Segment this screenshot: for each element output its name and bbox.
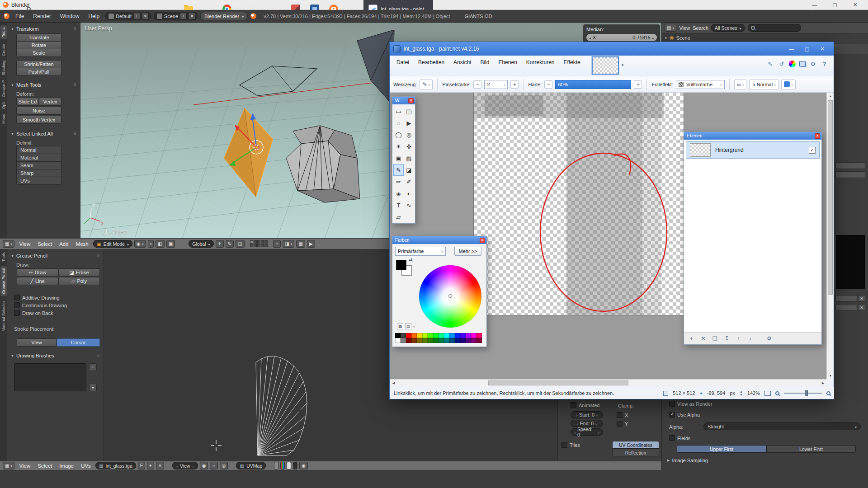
palette-swatch[interactable] <box>455 333 460 338</box>
slider-increment-icon[interactable] <box>652 35 654 40</box>
tools-close-button[interactable]: ✕ <box>408 98 414 103</box>
blender-minimize-button[interactable]: — <box>804 0 825 9</box>
upper-first-button[interactable]: Upper First <box>677 445 766 453</box>
outliner-view-menu[interactable]: View <box>679 25 690 31</box>
palette-swatch[interactable] <box>439 333 444 338</box>
image-tab-thumbnail[interactable] <box>592 56 619 75</box>
texture-preview[interactable] <box>836 235 865 289</box>
palette-swatch[interactable] <box>444 333 449 338</box>
orientation-dropdown[interactable]: Global <box>189 240 213 248</box>
menu-ansicht[interactable]: Ansicht <box>449 56 475 68</box>
palette-swatch[interactable] <box>444 338 449 343</box>
start-slider[interactable]: Start: 0 <box>571 411 603 418</box>
mini-widget[interactable] <box>835 162 865 169</box>
editor-type-button[interactable]: ▦ <box>3 240 14 248</box>
menu-korrekturen[interactable]: Korrekturen <box>522 56 559 68</box>
history-toggle-icon[interactable]: ↺ <box>778 60 785 68</box>
mini-widget[interactable] <box>835 304 857 311</box>
slot-view-dropdown[interactable]: View <box>172 462 198 469</box>
tiles-checkbox[interactable]: Tiles <box>561 442 580 448</box>
scale-button[interactable]: Scale <box>16 49 61 57</box>
menu-window[interactable]: Window <box>57 12 83 20</box>
palette-swatch[interactable] <box>417 338 422 343</box>
panel-grip-icon[interactable]: ⠿ <box>73 83 76 87</box>
lower-first-button[interactable]: Lower First <box>766 445 856 453</box>
palette-swatch[interactable] <box>466 338 471 343</box>
dark-mesh-object[interactable] <box>357 30 394 105</box>
uv-menu-image[interactable]: Image <box>57 462 76 469</box>
shelf-tab-options[interactable]: Opti <box>0 102 7 109</box>
color-target-dropdown[interactable]: Primärfarbe <box>395 247 446 256</box>
add-brush-button[interactable]: + <box>89 363 97 371</box>
palette-swatch[interactable] <box>428 338 433 343</box>
snap-uv-button[interactable]: ∩ <box>210 462 217 469</box>
layout-add-button[interactable]: + <box>133 13 140 19</box>
move-layer-up-button[interactable]: ↑ <box>733 334 744 343</box>
mini-close-button[interactable]: ✕ <box>858 304 865 311</box>
pivot-button[interactable]: ◉ <box>200 462 208 469</box>
shapes-tool[interactable]: ▱ <box>393 211 404 223</box>
gp-line-button[interactable]: ╱Line <box>17 277 58 285</box>
face-select-mode-button[interactable]: ▣ <box>166 240 175 248</box>
uv-menu-view[interactable]: View <box>16 462 33 469</box>
layout-delete-button[interactable]: ✕ <box>142 13 149 19</box>
reflection-button[interactable]: Reflection <box>612 449 659 456</box>
editor-type-button[interactable]: ▦ <box>3 462 14 469</box>
gradient-tool[interactable]: ▨ <box>404 152 414 164</box>
scene-selector[interactable]: Scene + ✕ <box>154 12 198 20</box>
shelf-tab-shading[interactable]: Shading <box>0 61 7 75</box>
menu-ebenen[interactable]: Ebenen <box>494 56 521 68</box>
palette-swatch[interactable] <box>395 338 401 343</box>
vp-menu-select[interactable]: Select <box>35 240 55 248</box>
vertical-scrollbar[interactable]: ▲ ▼ <box>826 93 834 379</box>
outliner-search-box[interactable] <box>748 24 801 32</box>
palette-swatch[interactable] <box>460 333 466 338</box>
palette-swatch[interactable] <box>411 338 417 343</box>
menu-help[interactable]: Help <box>85 12 103 20</box>
palette-save-icon[interactable]: ▦ <box>397 323 403 329</box>
edge-select-mode-button[interactable]: ◧ <box>156 240 164 248</box>
palette-swatch[interactable] <box>422 338 428 343</box>
outliner-scope-dropdown[interactable]: All Scenes <box>711 24 745 32</box>
color-picker-tool[interactable]: ✐ <box>404 176 414 188</box>
translate-button[interactable]: Translate <box>16 33 61 42</box>
fake-user-button[interactable]: F <box>138 462 145 469</box>
mode-dropdown[interactable]: ▣Edit Mode <box>93 240 132 248</box>
palette-swatch[interactable] <box>422 333 428 338</box>
current-tool-button[interactable]: ✎ <box>420 80 433 89</box>
rotate-button[interactable]: Rotate <box>16 41 61 49</box>
layers-window-titlebar[interactable]: Ebenen ✕ <box>684 132 821 140</box>
width-increase-button[interactable]: + <box>510 80 519 89</box>
mesh-tools-panel-header[interactable]: Mesh Tools ⠿ <box>10 80 77 89</box>
palette-swatch[interactable] <box>401 333 406 338</box>
screen-layout-selector[interactable]: Default + ✕ <box>105 12 151 20</box>
delimit-material-option[interactable]: Material <box>16 154 61 162</box>
blender-maximize-button[interactable]: ▢ <box>825 0 845 9</box>
menu-file[interactable]: File <box>12 12 27 20</box>
mini-widget[interactable] <box>835 171 865 178</box>
merge-layer-down-button[interactable]: ↧ <box>722 334 732 343</box>
channel-rgb-button[interactable] <box>280 462 285 469</box>
delete-layer-button[interactable]: ✕ <box>698 334 708 343</box>
zoom-slider[interactable] <box>784 393 822 394</box>
zoom-in-icon[interactable] <box>826 391 830 395</box>
scene-delete-button[interactable]: ✕ <box>189 13 195 19</box>
palette-swatch[interactable] <box>401 338 406 343</box>
hscroll-thumb[interactable] <box>488 380 628 385</box>
uv-coordinates-button[interactable]: UV Coordinates <box>612 441 659 449</box>
additive-drawing-checkbox[interactable]: Additive Drawing <box>14 295 60 300</box>
image-datablock-selector[interactable]: ▦int_glass.tga <box>95 462 136 469</box>
gp-poly-button[interactable]: ▱Poly <box>58 277 100 285</box>
outliner-scene-item[interactable]: ▸◉Scene <box>662 33 868 42</box>
zoom-out-icon[interactable] <box>775 391 779 395</box>
line-curve-tool[interactable]: ∿ <box>404 199 414 211</box>
text-tool[interactable]: T <box>393 199 404 211</box>
move-tool[interactable]: ▶ <box>404 117 414 129</box>
palette-swatch[interactable] <box>471 333 476 338</box>
uvmap-selector[interactable]: ▦UVMap <box>236 462 266 469</box>
uv-menu-select[interactable]: Select <box>35 462 55 469</box>
colors-toggle-icon[interactable] <box>789 61 796 67</box>
move-layer-down-button[interactable]: ↓ <box>745 334 755 343</box>
palette-swatch[interactable] <box>406 338 411 343</box>
layers-grid[interactable] <box>250 240 268 247</box>
